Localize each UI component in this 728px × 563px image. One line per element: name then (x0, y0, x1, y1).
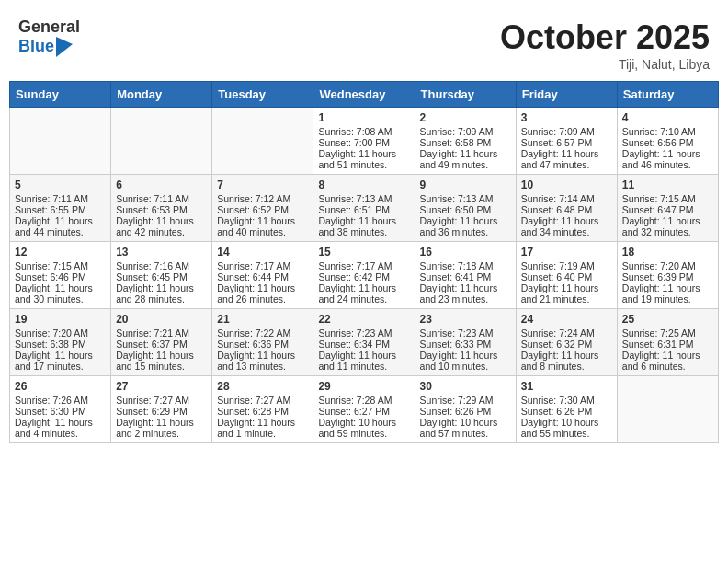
column-header-sunday: Sunday (10, 82, 111, 108)
daylight-text: Daylight: 11 hours and 2 minutes. (116, 417, 207, 439)
sunrise-text: Sunrise: 7:30 AM (521, 395, 612, 406)
calendar-cell: 2Sunrise: 7:09 AMSunset: 6:58 PMDaylight… (415, 108, 516, 175)
day-number: 31 (521, 380, 612, 393)
day-number: 1 (318, 111, 409, 124)
day-number: 3 (521, 111, 612, 124)
day-number: 10 (521, 178, 612, 191)
sunset-text: Sunset: 6:28 PM (217, 406, 308, 417)
daylight-text: Daylight: 11 hours and 15 minutes. (116, 350, 207, 372)
sunset-text: Sunset: 6:26 PM (420, 406, 511, 417)
sunset-text: Sunset: 6:57 PM (521, 137, 612, 148)
day-number: 21 (217, 313, 308, 326)
sunrise-text: Sunrise: 7:25 AM (622, 327, 713, 339)
calendar-cell: 8Sunrise: 7:13 AMSunset: 6:51 PMDaylight… (313, 175, 415, 242)
calendar-cell: 28Sunrise: 7:27 AMSunset: 6:28 PMDayligh… (212, 376, 313, 443)
day-number: 12 (15, 246, 106, 259)
logo-general-text: General (18, 18, 80, 37)
sunrise-text: Sunrise: 7:27 AM (217, 395, 308, 406)
sunrise-text: Sunrise: 7:22 AM (217, 327, 308, 339)
day-number: 30 (420, 380, 511, 393)
calendar-cell: 6Sunrise: 7:11 AMSunset: 6:53 PMDaylight… (111, 175, 212, 242)
daylight-text: Daylight: 11 hours and 19 minutes. (622, 282, 713, 304)
day-number: 22 (318, 313, 409, 326)
calendar-cell: 14Sunrise: 7:17 AMSunset: 6:44 PMDayligh… (212, 242, 313, 309)
sunrise-text: Sunrise: 7:09 AM (420, 126, 511, 137)
calendar-cell: 26Sunrise: 7:26 AMSunset: 6:30 PMDayligh… (10, 376, 111, 443)
sunset-text: Sunset: 6:46 PM (15, 271, 106, 282)
day-number: 7 (217, 178, 308, 191)
sunrise-text: Sunrise: 7:18 AM (420, 260, 511, 271)
calendar-table: SundayMondayTuesdayWednesdayThursdayFrid… (9, 81, 719, 443)
daylight-text: Daylight: 11 hours and 13 minutes. (217, 350, 308, 372)
sunset-text: Sunset: 6:29 PM (116, 406, 207, 417)
calendar-cell: 30Sunrise: 7:29 AMSunset: 6:26 PMDayligh… (415, 376, 516, 443)
daylight-text: Daylight: 11 hours and 47 minutes. (521, 148, 612, 170)
daylight-text: Daylight: 11 hours and 44 minutes. (15, 215, 106, 237)
title-area: October 2025 Tiji, Nalut, Libya (500, 18, 710, 72)
day-number: 20 (116, 313, 207, 326)
sunset-text: Sunset: 6:48 PM (521, 204, 612, 215)
calendar-cell: 16Sunrise: 7:18 AMSunset: 6:41 PMDayligh… (415, 242, 516, 309)
sunrise-text: Sunrise: 7:20 AM (15, 327, 106, 339)
daylight-text: Daylight: 11 hours and 23 minutes. (420, 282, 511, 304)
calendar-week-row: 1Sunrise: 7:08 AMSunset: 7:00 PMDaylight… (10, 108, 719, 175)
sunset-text: Sunset: 6:31 PM (622, 339, 713, 350)
calendar-cell: 9Sunrise: 7:13 AMSunset: 6:50 PMDaylight… (415, 175, 516, 242)
calendar-cell: 5Sunrise: 7:11 AMSunset: 6:55 PMDaylight… (10, 175, 111, 242)
day-number: 14 (217, 246, 308, 259)
column-header-monday: Monday (111, 82, 212, 108)
daylight-text: Daylight: 11 hours and 38 minutes. (318, 215, 409, 237)
daylight-text: Daylight: 11 hours and 1 minute. (217, 417, 308, 439)
sunrise-text: Sunrise: 7:11 AM (116, 193, 207, 204)
logo: General Blue (18, 18, 80, 57)
calendar-cell: 4Sunrise: 7:10 AMSunset: 6:56 PMDaylight… (617, 108, 718, 175)
calendar-cell (111, 108, 212, 175)
calendar-cell: 18Sunrise: 7:20 AMSunset: 6:39 PMDayligh… (617, 242, 718, 309)
column-header-tuesday: Tuesday (212, 82, 313, 108)
sunset-text: Sunset: 6:42 PM (318, 271, 409, 282)
sunrise-text: Sunrise: 7:15 AM (622, 193, 713, 204)
day-number: 8 (318, 178, 409, 191)
daylight-text: Daylight: 11 hours and 49 minutes. (420, 148, 511, 170)
sunrise-text: Sunrise: 7:15 AM (15, 260, 106, 271)
calendar-cell: 3Sunrise: 7:09 AMSunset: 6:57 PMDaylight… (516, 108, 617, 175)
daylight-text: Daylight: 11 hours and 34 minutes. (521, 215, 612, 237)
logo-blue-text: Blue (18, 38, 54, 56)
sunrise-text: Sunrise: 7:23 AM (318, 327, 409, 339)
sunset-text: Sunset: 6:44 PM (217, 271, 308, 282)
month-title: October 2025 (500, 18, 710, 57)
calendar-cell: 22Sunrise: 7:23 AMSunset: 6:34 PMDayligh… (313, 309, 415, 376)
day-number: 6 (116, 178, 207, 191)
sunset-text: Sunset: 6:41 PM (420, 271, 511, 282)
daylight-text: Daylight: 11 hours and 21 minutes. (521, 282, 612, 304)
sunrise-text: Sunrise: 7:10 AM (622, 126, 713, 137)
day-number: 29 (318, 380, 409, 393)
daylight-text: Daylight: 11 hours and 4 minutes. (15, 417, 106, 439)
calendar-cell: 1Sunrise: 7:08 AMSunset: 7:00 PMDaylight… (313, 108, 415, 175)
calendar-cell: 13Sunrise: 7:16 AMSunset: 6:45 PMDayligh… (111, 242, 212, 309)
sunset-text: Sunset: 6:50 PM (420, 204, 511, 215)
sunrise-text: Sunrise: 7:09 AM (521, 126, 612, 137)
daylight-text: Daylight: 11 hours and 11 minutes. (318, 350, 409, 372)
page-header: General Blue October 2025 Tiji, Nalut, L… (9, 9, 719, 76)
calendar-cell: 12Sunrise: 7:15 AMSunset: 6:46 PMDayligh… (10, 242, 111, 309)
day-number: 2 (420, 111, 511, 124)
sunrise-text: Sunrise: 7:13 AM (318, 193, 409, 204)
calendar-cell (212, 108, 313, 175)
sunset-text: Sunset: 6:58 PM (420, 137, 511, 148)
calendar-cell: 20Sunrise: 7:21 AMSunset: 6:37 PMDayligh… (111, 309, 212, 376)
sunset-text: Sunset: 6:56 PM (622, 137, 713, 148)
sunset-text: Sunset: 6:27 PM (318, 406, 409, 417)
sunset-text: Sunset: 6:55 PM (15, 204, 106, 215)
day-number: 27 (116, 380, 207, 393)
daylight-text: Daylight: 11 hours and 8 minutes. (521, 350, 612, 372)
sunset-text: Sunset: 6:34 PM (318, 339, 409, 350)
day-number: 4 (622, 111, 713, 124)
daylight-text: Daylight: 11 hours and 10 minutes. (420, 350, 511, 372)
daylight-text: Daylight: 11 hours and 40 minutes. (217, 215, 308, 237)
sunrise-text: Sunrise: 7:20 AM (622, 260, 713, 271)
sunrise-text: Sunrise: 7:08 AM (318, 126, 409, 137)
day-number: 25 (622, 313, 713, 326)
day-number: 19 (15, 313, 106, 326)
sunrise-text: Sunrise: 7:11 AM (15, 193, 106, 204)
